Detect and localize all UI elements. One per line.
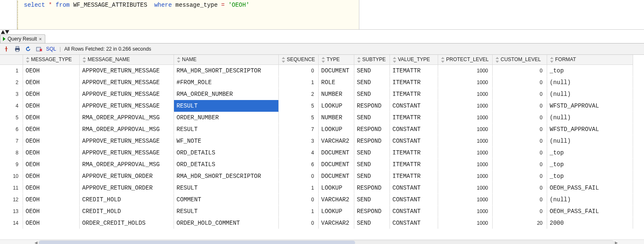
close-icon[interactable]: × — [39, 36, 42, 41]
sql-text[interactable]: select * from WF_MESSAGE_ATTRIBUTES wher… — [24, 2, 249, 8]
cell-name[interactable]: ORDER_NUMBER — [174, 112, 279, 123]
cell-value_type[interactable]: CONSTANT — [390, 135, 438, 147]
cell-message_type[interactable]: OEOH — [23, 88, 80, 100]
cell-name[interactable]: RESULT — [174, 182, 279, 194]
cell-name[interactable]: RESULT — [174, 205, 279, 217]
cell-name[interactable]: COMMENT — [174, 194, 279, 205]
cell-type[interactable]: ROLE — [319, 77, 354, 88]
cancel-icon[interactable] — [35, 45, 43, 53]
column-header-protect_level[interactable]: PROTECT_LEVEL — [438, 55, 493, 65]
scroll-left-icon[interactable]: ◄ — [34, 240, 39, 244]
cell-message_name[interactable]: RMA_ORDER_APPROVAL_MSG — [80, 123, 174, 135]
column-header-value_type[interactable]: VALUE_TYPE — [390, 55, 438, 65]
table-row[interactable]: 6OEOHRMA_ORDER_APPROVAL_MSGRESULT7LOOKUP… — [0, 123, 633, 135]
cell-value_type[interactable]: ITEMATTR — [390, 112, 438, 123]
cell-subtype[interactable]: SEND — [354, 159, 390, 170]
sql-editor[interactable]: select * from WF_MESSAGE_ATTRIBUTES wher… — [17, 0, 359, 29]
cell-sequence[interactable]: 4 — [279, 147, 319, 159]
cell-custom_level[interactable]: 0 — [493, 170, 547, 182]
cell-custom_level[interactable]: 0 — [493, 112, 547, 123]
cell-sequence[interactable]: 0 — [279, 194, 319, 205]
cell-type[interactable]: VARCHAR2 — [319, 135, 354, 147]
cell-custom_level[interactable]: 0 — [493, 88, 547, 100]
cell-sequence[interactable]: 1 — [279, 182, 319, 194]
cell-format[interactable]: (null) — [547, 88, 633, 100]
cell-message_type[interactable]: OEOH — [23, 147, 80, 159]
cell-message_name[interactable]: APPROVE_RETURN_MESSAGE — [80, 135, 174, 147]
cell-name[interactable]: RESULT — [174, 123, 279, 135]
cell-name[interactable]: RMA_HDR_SHORT_DESCRIPTOR — [174, 170, 279, 182]
cell-message_name[interactable]: RMA_ORDER_APPROVAL_MSG — [80, 112, 174, 123]
cell-format[interactable]: (null) — [547, 77, 633, 88]
cell-type[interactable]: DOCUMENT — [319, 147, 354, 159]
column-header-format[interactable]: FORMAT — [547, 55, 633, 65]
cell-type[interactable]: LOOKUP — [319, 123, 354, 135]
cell-message_type[interactable]: OEOH — [23, 100, 80, 112]
cell-message_type[interactable]: OEOH — [23, 170, 80, 182]
cell-message_name[interactable]: APPROVE_RETURN_ORDER — [80, 170, 174, 182]
cell-protect_level[interactable]: 1000 — [438, 205, 493, 217]
cell-type[interactable]: LOOKUP — [319, 100, 354, 112]
column-header-message_name[interactable]: MESSAGE_NAME — [80, 55, 174, 65]
cell-message_type[interactable]: OEOH — [23, 194, 80, 205]
table-row[interactable]: 4OEOHAPPROVE_RETURN_MESSAGERESULT5LOOKUP… — [0, 100, 633, 112]
cell-type[interactable]: DOCUMENT — [319, 170, 354, 182]
cell-subtype[interactable]: SEND — [354, 88, 390, 100]
cell-value_type[interactable]: ITEMATTR — [390, 65, 438, 77]
cell-subtype[interactable]: RESPOND — [354, 182, 390, 194]
cell-value_type[interactable]: ITEMATTR — [390, 147, 438, 159]
cell-custom_level[interactable]: 0 — [493, 159, 547, 170]
cell-message_name[interactable]: APPROVE_RETURN_MESSAGE — [80, 88, 174, 100]
cell-protect_level[interactable]: 1000 — [438, 135, 493, 147]
column-header-sequence[interactable]: SEQUENCE — [279, 55, 319, 65]
cell-type[interactable]: LOOKUP — [319, 205, 354, 217]
cell-message_type[interactable]: OEOH — [23, 112, 80, 123]
cell-type[interactable]: VARCHAR2 — [319, 194, 354, 205]
cell-name[interactable]: ORD_DETAILS — [174, 159, 279, 170]
cell-format[interactable]: OEOH_PASS_FAIL — [547, 182, 633, 194]
cell-format[interactable]: _top — [547, 147, 633, 159]
cell-format[interactable]: (null) — [547, 135, 633, 147]
cell-protect_level[interactable]: 1000 — [438, 112, 493, 123]
scroll-thumb[interactable] — [39, 241, 355, 244]
cell-custom_level[interactable]: 0 — [493, 100, 547, 112]
cell-subtype[interactable]: SEND — [354, 170, 390, 182]
cell-protect_level[interactable]: 1000 — [438, 147, 493, 159]
cell-subtype[interactable]: SEND — [354, 147, 390, 159]
table-row[interactable]: 9OEOHRMA_ORDER_APPROVAL_MSGORD_DETAILS6D… — [0, 159, 633, 170]
cell-type[interactable]: NUMBER — [319, 88, 354, 100]
cell-type[interactable]: VARCHAR2 — [319, 217, 354, 229]
sql-link[interactable]: SQL — [46, 46, 56, 52]
cell-value_type[interactable]: ITEMATTR — [390, 170, 438, 182]
cell-value_type[interactable]: CONSTANT — [390, 217, 438, 229]
scroll-track[interactable] — [39, 240, 614, 244]
cell-message_name[interactable]: RMA_ORDER_APPROVAL_MSG — [80, 159, 174, 170]
cell-name[interactable]: RMA_HDR_SHORT_DESCRIPTOR — [174, 65, 279, 77]
cell-sequence[interactable]: 7 — [279, 123, 319, 135]
cell-value_type[interactable]: ITEMATTR — [390, 77, 438, 88]
cell-sequence[interactable]: 0 — [279, 170, 319, 182]
cell-message_type[interactable]: OEOH — [23, 182, 80, 194]
cell-protect_level[interactable]: 1000 — [438, 65, 493, 77]
cell-format[interactable]: _top — [547, 65, 633, 77]
cell-format[interactable]: OEOH_PASS_FAIL — [547, 205, 633, 217]
cell-sequence[interactable]: 5 — [279, 100, 319, 112]
column-header-custom_level[interactable]: CUSTOM_LEVEL — [493, 55, 547, 65]
cell-protect_level[interactable]: 1000 — [438, 182, 493, 194]
cell-message_type[interactable]: OEOH — [23, 77, 80, 88]
cell-protect_level[interactable]: 1000 — [438, 170, 493, 182]
cell-sequence[interactable]: 0 — [279, 217, 319, 229]
cell-message_name[interactable]: APPROVE_RETURN_ORDER — [80, 182, 174, 194]
query-result-grid[interactable]: MESSAGE_TYPEMESSAGE_NAMENAMESEQUENCETYPE… — [0, 55, 644, 239]
cell-sequence[interactable]: 5 — [279, 112, 319, 123]
cell-value_type[interactable]: CONSTANT — [390, 182, 438, 194]
cell-name[interactable]: WF_NOTE — [174, 135, 279, 147]
table-row[interactable]: 5OEOHRMA_ORDER_APPROVAL_MSGORDER_NUMBER5… — [0, 112, 633, 123]
cell-format[interactable]: WFSTD_APPROVAL — [547, 100, 633, 112]
cell-value_type[interactable]: ITEMATTR — [390, 88, 438, 100]
cell-format[interactable]: 2000 — [547, 217, 633, 229]
table-row[interactable]: 2OEOHAPPROVE_RETURN_MESSAGE#FROM_ROLE1RO… — [0, 77, 633, 88]
cell-subtype[interactable]: SEND — [354, 112, 390, 123]
refresh-icon[interactable] — [24, 45, 32, 53]
cell-sequence[interactable]: 1 — [279, 205, 319, 217]
